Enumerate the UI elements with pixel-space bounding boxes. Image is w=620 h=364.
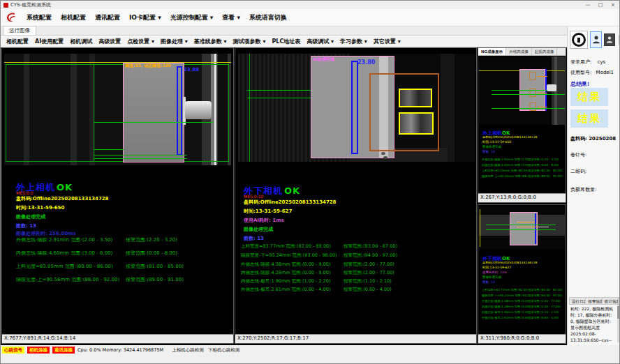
tray-barcode-line: 盘料码: 20250208: [570, 135, 616, 142]
qr-code-label: 二维码:: [570, 168, 586, 175]
roi-yellow-rect: [399, 112, 434, 135]
measure-row: 外侧左线-隔膜:4.38mm 范围:(0.00 - 9.00)报警范围:(2.0…: [482, 300, 561, 303]
process-time-line: 图像处理耗时: 256.00ms: [16, 232, 76, 236]
menu-item-view[interactable]: 查看 ▾: [222, 13, 240, 22]
login-user-button[interactable]: [590, 31, 602, 48]
blue-measure-label: 23.80: [357, 60, 375, 66]
log-content: 耗时: 222, 极隔检测耗时: 17, 极隔分类耗时: 0, 极隔提取分区耗时…: [569, 305, 619, 342]
menu-item-system-config[interactable]: 系统配置: [27, 13, 52, 22]
image-detail-dot: [383, 156, 388, 159]
pause-icon: [572, 33, 586, 47]
user-switch-button[interactable]: [604, 33, 615, 46]
tool-spot-check[interactable]: 点检设置 ▾: [127, 38, 154, 45]
measure-value: 上料宽度=83.05mm 范围:(80.00 - 86.00): [16, 264, 126, 269]
maximize-button[interactable]: □: [597, 2, 604, 8]
alarm-range: 报警范围:(1.10 - 2.10): [344, 279, 392, 284]
minimize-button[interactable]: —: [584, 2, 591, 8]
tool-learning-params[interactable]: 学习参数 ▾: [340, 38, 367, 45]
tool-camera-config[interactable]: 相机配置: [6, 38, 29, 45]
tool-baseline-params[interactable]: 基准线参数 ▾: [194, 38, 227, 45]
measure-value: 内侧左线-极耳:1.90mm 范围:(1.00 - 2.20): [482, 311, 528, 314]
close-button[interactable]: ×: [610, 2, 617, 8]
guide-green-vline: [94, 64, 94, 162]
barcode-line: 盘料码:Offline20250208133134728: [482, 136, 563, 139]
alarm-range: 报警范围:(2.00 - 77.00): [528, 300, 561, 303]
callout-orange-mark: [517, 222, 535, 222]
pixel-coords-bar: X:311;Y:980;R:0;G:0;B:0: [478, 334, 566, 343]
log-scrollbar[interactable]: [617, 305, 619, 342]
blue-measure-label: 23.88: [184, 68, 199, 73]
measure-value: 隔膜宽度-上=90.56mm 范围:(88.00 - 92.00): [16, 278, 126, 282]
tool-advanced-debug[interactable]: 高级调试 ▾: [307, 38, 334, 45]
ai-time-line: 使用AI耗时: 1ms: [482, 271, 507, 275]
pixel-coords-bar: X:267;Y:13;R:0;G:0;B:0: [478, 193, 566, 202]
login-user-label: 登录用户:: [570, 59, 591, 65]
login-user-value[interactable]: cys: [598, 59, 606, 65]
alarm-range: 报警范围:(94.00 - 97.00): [528, 294, 563, 297]
alarm-range: 报警范围:(83.00 - 87.00): [344, 244, 397, 249]
user-icon: [592, 35, 600, 45]
measure-value: 内侧左线-隔膜:4.28mm 范围:(0.00 - 9.00): [482, 305, 528, 308]
measure-row: 外侧左线-隔膜:2.91mm 范围:(2.00 - 3.50)报警范围:(2.2…: [482, 158, 559, 161]
measure-value: 上料宽度=83.77mm 范围:(82.00 - 88.00): [482, 289, 528, 291]
menu-item-io-config[interactable]: IO卡配置 ▾: [129, 13, 161, 22]
tab-run-image[interactable]: 运行图像: [3, 26, 36, 35]
process-status-line: 图像处理完成: [482, 146, 501, 149]
tool-advanced-settings[interactable]: 高级设置: [98, 38, 121, 45]
menu-bar: 系统配置 相机配置 通讯配置 IO卡配置 ▾ 光源控制配置 ▾ 查看 ▾ 系统语…: [1, 9, 619, 26]
measure-row: 外侧左线-极耳:2.61mm 范围:(0.60 - 4.00)报警范围:(0.6…: [482, 317, 559, 319]
menu-item-language[interactable]: 系统语言切换: [249, 13, 287, 22]
pause-button[interactable]: [570, 31, 588, 49]
measure-value: 外侧左线-隔膜:2.91mm 范围:(2.00 - 3.50): [16, 238, 126, 243]
pixel-coords-bar: X:7677;Y:891;R:14;G:14;B:14: [2, 334, 233, 343]
tab-alarm-info[interactable]: 报警信息: [586, 298, 602, 304]
measure-value: 隔膜宽度-下=95.24mm 范围:(93.00 - 98.00): [482, 294, 528, 297]
tool-test-params[interactable]: 测试项参数 ▾: [233, 38, 266, 45]
right-sidebar: 登录用户: cys 使用型号: Model1 总结果: 结果 结果 盘料码: 2…: [567, 26, 620, 345]
measure-row: 上料宽度=83.05mm 范围:(80.00 - 86.00)报警范围:(81.…: [16, 264, 184, 269]
menu-item-comm-config[interactable]: 通讯配置: [95, 13, 120, 22]
left-camera-image[interactable]: 阈值:93, 动态阈值:100 23.88: [4, 54, 231, 165]
middle-camera-image[interactable]: AI处理区域 23.80: [238, 54, 475, 162]
roi-blue-line: [535, 213, 536, 244]
tool-image-processing[interactable]: 图像处理 ▾: [161, 38, 188, 45]
upper-camera-heartbeat-link[interactable]: 上相机心跳检测: [172, 347, 204, 354]
measure-value: 外侧左线-隔膜:2.91mm 范围:(2.00 - 3.50): [482, 158, 528, 161]
alarm-range: 报警范围:(0.00 - 8.00): [126, 251, 177, 256]
tool-strip: 相机配置 AI使用配置 相机调试 高级设置 点检设置 ▾ 图像处理 ▾ 基准线参…: [1, 36, 567, 47]
tab-ng-display[interactable]: NG成像显示: [478, 48, 506, 55]
measure-green-hline: [492, 94, 565, 95]
alarm-range: 报警范围:(1.10 - 2.10): [528, 311, 559, 314]
measure-value: 上料宽度=83.77mm 范围:(82.00 - 88.00): [241, 244, 344, 249]
exit-button[interactable]: [617, 33, 620, 47]
roi-orange-rect: [529, 72, 536, 80]
alarm-range: 报警范围:(2.20 - 3.20): [528, 158, 559, 161]
measure-green-hline: [492, 90, 547, 91]
model-label: 使用型号:: [570, 70, 591, 75]
tool-plc-table[interactable]: PLC地址表: [272, 38, 300, 45]
alarm-range: 报警范围:(83.00 - 87.00): [528, 289, 563, 291]
tool-ai-config[interactable]: AI使用配置: [35, 38, 64, 45]
mes-status: MES:0:0: [16, 191, 33, 195]
ng-mini-image[interactable]: [479, 56, 565, 125]
model-value[interactable]: Model1: [596, 70, 614, 75]
tool-other-settings[interactable]: 其它设置 ▾: [374, 38, 401, 45]
tab-run-log[interactable]: 运行日志: [570, 298, 586, 304]
roi-pink-rect: [510, 212, 538, 245]
second-mini-panel: 外下相机OK 盘料码:Offline20250208133134728 时间:1…: [478, 204, 566, 344]
barcode-line: 盘料码:Offline20250208133134728: [482, 261, 563, 265]
process-status-line: 图像处理完成: [244, 227, 273, 232]
menu-item-light-config[interactable]: 光源控制配置 ▾: [170, 13, 214, 22]
tab-stats-info[interactable]: 统计信息: [603, 298, 619, 304]
tab-vibration-inner-image[interactable]: 起振内成像: [532, 48, 558, 55]
process-status-line: 图像处理完成: [482, 276, 501, 280]
menu-item-camera-config[interactable]: 相机配置: [61, 13, 86, 22]
frame-count-line: 图数: 13: [16, 224, 36, 229]
app-window: CYS-视觉检测系统 — □ × 系统配置 相机配置 通讯配置 IO卡配置 ▾ …: [0, 0, 620, 364]
second-mini-image[interactable]: [479, 206, 565, 250]
measure-row: 上料宽度=83.77mm 范围:(82.00 - 88.00)报警范围:(83.…: [482, 289, 563, 291]
tool-camera-debug[interactable]: 相机调试: [70, 38, 92, 45]
measure-row: 上料宽度=83.77mm 范围:(82.00 - 88.00)报警范围:(83.…: [241, 244, 397, 249]
tab-outer-inner-image[interactable]: 外线内成像: [506, 48, 532, 55]
lower-camera-heartbeat-link[interactable]: 下相机心跳检测: [208, 347, 240, 354]
